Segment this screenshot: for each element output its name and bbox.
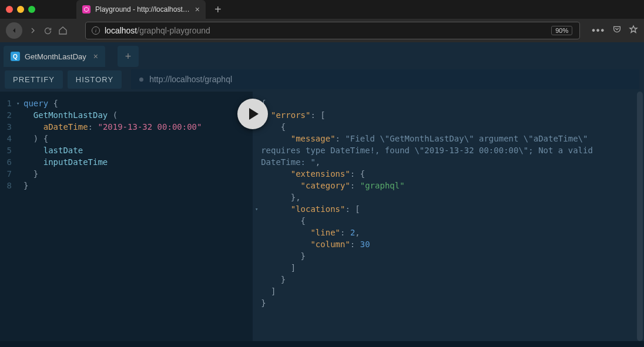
forward-button[interactable] [28, 26, 38, 35]
nav-bar: i localhost/graphql-playground 90% ••• [0, 19, 644, 42]
scrollbar[interactable] [637, 92, 643, 341]
line-number: 2 [0, 109, 12, 121]
new-app-tab-button[interactable]: + [118, 46, 139, 67]
close-app-tab-icon[interactable]: × [93, 52, 98, 61]
plus-icon: + [125, 50, 132, 63]
line-number: 1 [0, 97, 12, 109]
bookmark-star-icon[interactable] [629, 25, 638, 36]
maximize-window-button[interactable] [28, 6, 35, 13]
query-code: query { GetMonthLastDay ( aDateTime: "20… [24, 92, 207, 341]
line-number: 5 [0, 144, 12, 156]
play-icon [248, 107, 260, 120]
graphql-favicon-icon [82, 5, 90, 14]
toolbar-row: PRETTIFY HISTORY http://localhost/graphq… [0, 67, 644, 92]
pocket-icon[interactable] [612, 25, 622, 36]
reload-button[interactable] [43, 26, 52, 35]
tab-getmonthlastday[interactable]: Q GetMonthLastDay × [4, 46, 105, 67]
minimize-window-button[interactable] [17, 6, 24, 13]
line-number: 3 [0, 121, 12, 133]
window-controls [6, 6, 35, 13]
history-button[interactable]: HISTORY [68, 70, 122, 89]
line-number: 4 [0, 133, 12, 144]
fold-gutter: ▾ [16, 92, 24, 341]
query-editor[interactable]: 1 2 3 4 5 6 7 8 ▾ query { GetMonthLastDa… [0, 92, 253, 341]
app-tabs-row: Q GetMonthLastDay × + [0, 42, 644, 67]
url-bar[interactable]: i localhost/graphql-playground 90% [85, 22, 580, 39]
new-browser-tab-button[interactable]: + [214, 3, 222, 16]
execute-query-button[interactable] [237, 99, 268, 129]
tab-strip: Playground - http://localhost/gr × + [0, 0, 644, 19]
close-window-button[interactable] [6, 6, 13, 13]
browser-tab[interactable]: Playground - http://localhost/gr × [76, 0, 206, 19]
endpoint-input[interactable]: http://localhost/graphql [131, 69, 639, 89]
response-viewer[interactable]: ▾▾▾▾ { "errors": [ { "message": "Field \… [253, 92, 644, 341]
endpoint-url: http://localhost/graphql [149, 75, 232, 84]
line-number: 7 [0, 168, 12, 180]
page-actions-icon[interactable]: ••• [592, 25, 605, 36]
url-text: localhost/graphql-playground [105, 26, 546, 35]
response-code: { "errors": [ { "message": "Field \"GetM… [259, 92, 644, 341]
graphql-playground-app: Q GetMonthLastDay × + PRETTIFY HISTORY h… [0, 42, 644, 347]
zoom-badge[interactable]: 90% [551, 26, 572, 35]
toolbar-icons: ••• [592, 25, 638, 36]
home-button[interactable] [58, 26, 68, 35]
site-info-icon[interactable]: i [92, 26, 100, 35]
browser-tab-title: Playground - http://localhost/gr [95, 5, 190, 14]
back-button[interactable] [6, 22, 22, 39]
editor-panes: 1 2 3 4 5 6 7 8 ▾ query { GetMonthLastDa… [0, 92, 644, 341]
line-number: 8 [0, 180, 12, 191]
bottom-bar [0, 341, 644, 347]
browser-chrome: Playground - http://localhost/gr × + i l… [0, 0, 644, 42]
line-gutter: 1 2 3 4 5 6 7 8 [0, 92, 16, 341]
close-tab-icon[interactable]: × [195, 5, 200, 14]
app-tab-label: GetMonthLastDay [25, 52, 86, 61]
query-badge-icon: Q [11, 52, 20, 61]
prettify-button[interactable]: PRETTIFY [5, 70, 63, 89]
status-dot-icon [139, 78, 143, 82]
line-number: 6 [0, 156, 12, 168]
